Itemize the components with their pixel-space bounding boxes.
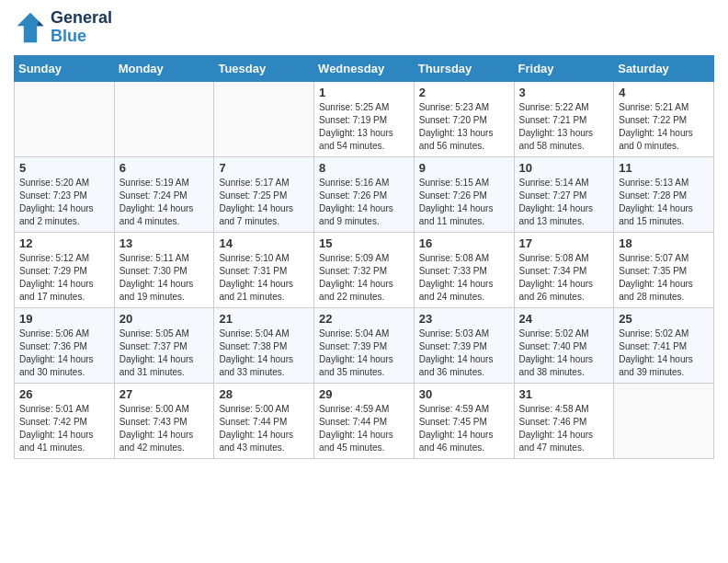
day-info: Sunrise: 5:00 AMSunset: 7:44 PMDaylight:… [219, 403, 309, 454]
day-number: 22 [319, 312, 409, 326]
day-number: 12 [19, 236, 109, 250]
day-number: 28 [219, 387, 309, 401]
day-number: 10 [519, 161, 609, 175]
day-number: 20 [119, 312, 210, 326]
weekday-header-row: SundayMondayTuesdayWednesdayThursdayFrid… [15, 55, 714, 81]
day-info: Sunrise: 4:58 AMSunset: 7:46 PMDaylight:… [519, 403, 609, 454]
day-info: Sunrise: 5:04 AMSunset: 7:39 PMDaylight:… [319, 327, 409, 379]
day-info: Sunrise: 5:09 AMSunset: 7:32 PMDaylight:… [319, 252, 409, 304]
logo-text-line2: Blue [51, 28, 112, 46]
day-info: Sunrise: 5:03 AMSunset: 7:39 PMDaylight:… [419, 327, 509, 379]
day-info: Sunrise: 5:05 AMSunset: 7:37 PMDaylight:… [119, 327, 210, 379]
weekday-header-tuesday: Tuesday [214, 55, 314, 81]
day-cell [614, 383, 714, 458]
day-number: 26 [19, 387, 109, 401]
day-cell: 11Sunrise: 5:13 AMSunset: 7:28 PMDayligh… [614, 156, 714, 232]
day-cell: 1Sunrise: 5:25 AMSunset: 7:19 PMDaylight… [314, 81, 415, 156]
logo-icon [14, 11, 47, 44]
day-number: 11 [619, 161, 709, 175]
day-number: 1 [319, 86, 409, 99]
day-number: 25 [619, 312, 709, 326]
day-number: 7 [219, 161, 309, 175]
day-cell: 3Sunrise: 5:22 AMSunset: 7:21 PMDaylight… [514, 81, 614, 156]
day-info: Sunrise: 5:07 AMSunset: 7:35 PMDaylight:… [619, 252, 709, 304]
day-cell: 27Sunrise: 5:00 AMSunset: 7:43 PMDayligh… [114, 383, 214, 458]
day-cell: 6Sunrise: 5:19 AMSunset: 7:24 PMDaylight… [114, 156, 214, 232]
day-info: Sunrise: 5:21 AMSunset: 7:22 PMDaylight:… [619, 101, 709, 153]
day-cell: 16Sunrise: 5:08 AMSunset: 7:33 PMDayligh… [414, 232, 514, 307]
day-number: 27 [119, 387, 210, 401]
day-cell: 30Sunrise: 4:59 AMSunset: 7:45 PMDayligh… [414, 383, 514, 458]
day-number: 31 [519, 387, 609, 401]
day-info: Sunrise: 5:08 AMSunset: 7:34 PMDaylight:… [519, 252, 609, 304]
day-info: Sunrise: 5:10 AMSunset: 7:31 PMDaylight:… [219, 252, 309, 304]
day-cell: 21Sunrise: 5:04 AMSunset: 7:38 PMDayligh… [214, 307, 314, 383]
weekday-header-wednesday: Wednesday [314, 55, 415, 81]
day-cell: 17Sunrise: 5:08 AMSunset: 7:34 PMDayligh… [514, 232, 614, 307]
day-number: 17 [519, 236, 609, 250]
day-info: Sunrise: 5:02 AMSunset: 7:41 PMDaylight:… [619, 327, 709, 379]
day-number: 6 [119, 161, 210, 175]
day-number: 2 [419, 86, 509, 99]
calendar-table: SundayMondayTuesdayWednesdayThursdayFrid… [14, 55, 714, 459]
svg-marker-0 [17, 13, 44, 42]
weekday-header-friday: Friday [514, 55, 614, 81]
day-cell: 13Sunrise: 5:11 AMSunset: 7:30 PMDayligh… [114, 232, 214, 307]
day-number: 24 [519, 312, 609, 326]
day-info: Sunrise: 5:00 AMSunset: 7:43 PMDaylight:… [119, 403, 210, 454]
day-cell: 9Sunrise: 5:15 AMSunset: 7:26 PMDaylight… [414, 156, 514, 232]
day-info: Sunrise: 5:01 AMSunset: 7:42 PMDaylight:… [19, 403, 109, 454]
day-cell: 15Sunrise: 5:09 AMSunset: 7:32 PMDayligh… [314, 232, 415, 307]
day-info: Sunrise: 5:20 AMSunset: 7:23 PMDaylight:… [19, 177, 109, 228]
day-cell: 24Sunrise: 5:02 AMSunset: 7:40 PMDayligh… [514, 307, 614, 383]
day-cell: 2Sunrise: 5:23 AMSunset: 7:20 PMDaylight… [414, 81, 514, 156]
day-cell: 25Sunrise: 5:02 AMSunset: 7:41 PMDayligh… [614, 307, 714, 383]
day-number: 9 [419, 161, 509, 175]
day-cell: 8Sunrise: 5:16 AMSunset: 7:26 PMDaylight… [314, 156, 415, 232]
day-info: Sunrise: 5:13 AMSunset: 7:28 PMDaylight:… [619, 177, 709, 228]
day-cell [15, 81, 115, 156]
logo-text-line1: General [51, 9, 112, 28]
day-cell: 20Sunrise: 5:05 AMSunset: 7:37 PMDayligh… [114, 307, 214, 383]
week-row-5: 26Sunrise: 5:01 AMSunset: 7:42 PMDayligh… [15, 383, 714, 458]
day-cell: 5Sunrise: 5:20 AMSunset: 7:23 PMDaylight… [15, 156, 115, 232]
day-number: 30 [419, 387, 509, 401]
day-number: 8 [319, 161, 409, 175]
day-info: Sunrise: 5:22 AMSunset: 7:21 PMDaylight:… [519, 101, 609, 153]
day-number: 16 [419, 236, 509, 250]
logo: General Blue [14, 9, 112, 46]
day-number: 29 [319, 387, 409, 401]
day-info: Sunrise: 5:08 AMSunset: 7:33 PMDaylight:… [419, 252, 509, 304]
day-info: Sunrise: 5:06 AMSunset: 7:36 PMDaylight:… [19, 327, 109, 379]
day-number: 5 [19, 161, 109, 175]
weekday-header-thursday: Thursday [414, 55, 514, 81]
day-number: 14 [219, 236, 309, 250]
day-number: 18 [619, 236, 709, 250]
day-cell [214, 81, 314, 156]
day-number: 4 [619, 86, 709, 99]
day-info: Sunrise: 5:19 AMSunset: 7:24 PMDaylight:… [119, 177, 210, 228]
day-cell: 23Sunrise: 5:03 AMSunset: 7:39 PMDayligh… [414, 307, 514, 383]
day-info: Sunrise: 5:14 AMSunset: 7:27 PMDaylight:… [519, 177, 609, 228]
day-info: Sunrise: 5:11 AMSunset: 7:30 PMDaylight:… [119, 252, 210, 304]
day-cell: 28Sunrise: 5:00 AMSunset: 7:44 PMDayligh… [214, 383, 314, 458]
day-cell: 4Sunrise: 5:21 AMSunset: 7:22 PMDaylight… [614, 81, 714, 156]
weekday-header-sunday: Sunday [15, 55, 115, 81]
day-info: Sunrise: 5:16 AMSunset: 7:26 PMDaylight:… [319, 177, 409, 228]
day-info: Sunrise: 4:59 AMSunset: 7:45 PMDaylight:… [419, 403, 509, 454]
day-info: Sunrise: 5:12 AMSunset: 7:29 PMDaylight:… [19, 252, 109, 304]
day-cell: 26Sunrise: 5:01 AMSunset: 7:42 PMDayligh… [15, 383, 115, 458]
day-cell: 31Sunrise: 4:58 AMSunset: 7:46 PMDayligh… [514, 383, 614, 458]
day-cell: 22Sunrise: 5:04 AMSunset: 7:39 PMDayligh… [314, 307, 415, 383]
header: General Blue [14, 9, 714, 46]
week-row-2: 5Sunrise: 5:20 AMSunset: 7:23 PMDaylight… [15, 156, 714, 232]
day-info: Sunrise: 5:17 AMSunset: 7:25 PMDaylight:… [219, 177, 309, 228]
day-info: Sunrise: 5:02 AMSunset: 7:40 PMDaylight:… [519, 327, 609, 379]
day-number: 19 [19, 312, 109, 326]
week-row-3: 12Sunrise: 5:12 AMSunset: 7:29 PMDayligh… [15, 232, 714, 307]
day-number: 3 [519, 86, 609, 99]
day-number: 15 [319, 236, 409, 250]
day-number: 23 [419, 312, 509, 326]
day-cell: 19Sunrise: 5:06 AMSunset: 7:36 PMDayligh… [15, 307, 115, 383]
day-cell: 29Sunrise: 4:59 AMSunset: 7:44 PMDayligh… [314, 383, 415, 458]
